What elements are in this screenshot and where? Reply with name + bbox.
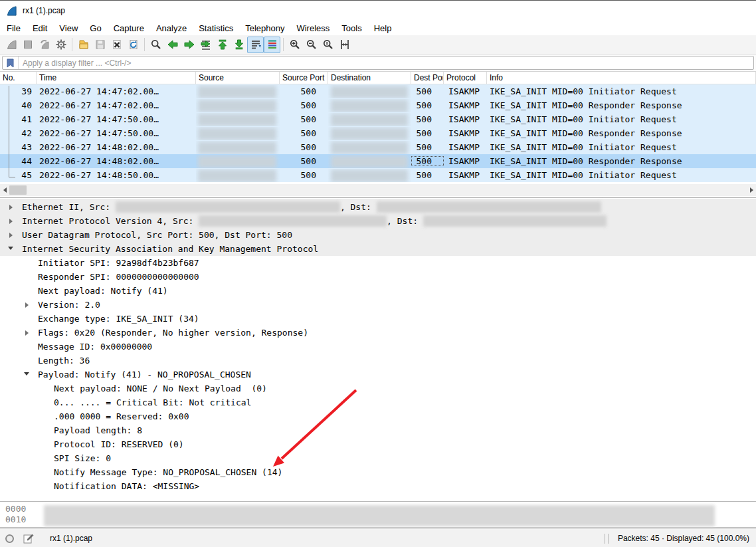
status-separator: [608, 534, 609, 544]
expand-icon[interactable]: [25, 302, 29, 308]
menu-go[interactable]: Go: [84, 22, 107, 35]
scroll-left-icon[interactable]: [0, 184, 9, 196]
menu-file[interactable]: File: [1, 22, 27, 35]
zoom-out-icon[interactable]: [303, 37, 320, 53]
menu-statistics[interactable]: Statistics: [193, 22, 239, 35]
detail-responder-spi[interactable]: Responder SPI: 0000000000000000: [0, 270, 756, 284]
title-bar: rx1 (1).pcap: [0, 1, 756, 21]
go-forward-icon[interactable]: [181, 37, 197, 53]
redacted-ip-dst: [423, 215, 607, 227]
zoom-in-icon[interactable]: [286, 37, 303, 53]
packet-row-42[interactable]: 42 2022-06-27 14:47:50.00… 500 500 ISAKM…: [0, 126, 756, 140]
expand-icon[interactable]: [9, 205, 13, 210]
redacted-mac-dst: [377, 201, 601, 213]
zoom-normal-icon[interactable]: [320, 37, 336, 53]
menu-capture[interactable]: Capture: [108, 22, 150, 35]
display-filter-input[interactable]: [19, 57, 753, 68]
detail-reserved[interactable]: .000 0000 = Reserved: 0x00: [0, 409, 756, 423]
detail-message-id[interactable]: Message ID: 0x00000000: [0, 340, 756, 354]
packet-row-43[interactable]: 43 2022-06-27 14:48:02.00… 500 500 ISAKM…: [0, 140, 756, 154]
detail-flags[interactable]: Flags: 0x20 (Responder, No higher versio…: [0, 326, 756, 340]
packet-row-44-selected[interactable]: 44 2022-06-27 14:48:02.00… 500 500 ISAKM…: [0, 154, 756, 168]
redacted-destination: [331, 142, 408, 154]
menu-tools[interactable]: Tools: [335, 22, 367, 35]
detail-length[interactable]: Length: 36: [0, 354, 756, 368]
save-file-icon[interactable]: [92, 37, 108, 53]
expert-info-icon[interactable]: [5, 534, 14, 543]
packet-list-pane: No. Time Source Source Port Destination …: [0, 72, 756, 198]
detail-payload-length[interactable]: Payload length: 8: [0, 423, 756, 437]
collapse-icon[interactable]: [24, 372, 29, 376]
packet-row-45[interactable]: 45 2022-06-27 14:48:50.00… 500 500 ISAKM…: [0, 168, 756, 182]
go-to-packet-icon[interactable]: [197, 37, 214, 53]
detail-ipv4[interactable]: Internet Protocol Version 4, Src: , Dst:: [0, 214, 756, 228]
main-toolbar: [0, 35, 756, 55]
stop-capture-icon[interactable]: [19, 37, 36, 53]
detail-notification-data[interactable]: Notification DATA: <MISSING>: [0, 479, 756, 493]
expand-icon[interactable]: [9, 219, 13, 224]
close-file-icon[interactable]: [108, 37, 125, 53]
packet-details-pane: Ethernet II, Src: , Dst: Internet Protoc…: [0, 199, 756, 502]
toolbar-separator: [283, 38, 284, 51]
detail-udp[interactable]: User Datagram Protocol, Src Port: 500, D…: [0, 228, 756, 242]
col-header-info[interactable]: Info: [487, 72, 756, 84]
detail-notify-next-payload[interactable]: Next payload: NONE / No Next Payload (0): [0, 382, 756, 395]
collapse-icon[interactable]: [8, 247, 13, 250]
detail-spi-size[interactable]: SPI Size: 0: [0, 451, 756, 465]
open-file-icon[interactable]: [75, 37, 92, 53]
col-header-source[interactable]: Source: [196, 72, 280, 84]
go-first-packet-icon[interactable]: [214, 37, 231, 53]
col-header-time[interactable]: Time: [37, 72, 196, 84]
detail-notify-message-type[interactable]: Notify Message Type: NO_PROPOSAL_CHOSEN …: [0, 465, 756, 479]
scroll-right-icon[interactable]: [747, 184, 756, 196]
detail-initiator-spi[interactable]: Initiator SPI: 92a98df4b23bf687: [0, 256, 756, 270]
redacted-ip-src: [199, 215, 387, 227]
col-header-destination[interactable]: Destination: [328, 72, 411, 84]
start-capture-icon[interactable]: [3, 37, 19, 53]
detail-critical-bit[interactable]: 0... .... = Critical Bit: Not critical: [0, 395, 756, 409]
detail-version[interactable]: Version: 2.0: [0, 298, 756, 312]
redacted-source: [198, 128, 276, 140]
go-back-icon[interactable]: [164, 37, 181, 53]
reload-file-icon[interactable]: [125, 37, 142, 53]
menu-telephony[interactable]: Telephony: [239, 22, 290, 35]
redacted-destination: [331, 100, 408, 112]
packet-row-39[interactable]: 39 2022-06-27 14:47:02.00… 500 500 ISAKM…: [0, 84, 756, 98]
scrollbar-thumb[interactable]: [9, 185, 27, 195]
menu-analyze[interactable]: Analyze: [150, 22, 193, 35]
menu-view[interactable]: View: [53, 22, 84, 35]
bookmark-icon: [7, 58, 14, 68]
find-packet-icon[interactable]: [147, 37, 164, 53]
detail-isakmp[interactable]: Internet Security Association and Key Ma…: [0, 242, 756, 256]
detail-next-payload[interactable]: Next payload: Notify (41): [0, 284, 756, 298]
col-header-no[interactable]: No.: [0, 72, 37, 84]
packet-list-header: No. Time Source Source Port Destination …: [0, 72, 756, 84]
filter-bookmark-button[interactable]: [3, 56, 19, 69]
detail-ethernet[interactable]: Ethernet II, Src: , Dst:: [0, 200, 756, 214]
go-last-packet-icon[interactable]: [231, 37, 247, 53]
menu-edit[interactable]: Edit: [27, 22, 53, 35]
detail-protocol-id[interactable]: Protocol ID: RESERVED (0): [0, 437, 756, 451]
expand-icon[interactable]: [25, 330, 29, 336]
detail-exchange-type[interactable]: Exchange type: IKE_SA_INIT (34): [0, 312, 756, 326]
expand-icon[interactable]: [9, 233, 13, 238]
restart-capture-icon[interactable]: [36, 37, 52, 53]
col-header-dest-port[interactable]: Dest Port: [411, 72, 444, 84]
packet-row-40[interactable]: 40 2022-06-27 14:47:02.00… 500 500 ISAKM…: [0, 98, 756, 112]
col-header-source-port[interactable]: Source Port: [280, 72, 328, 84]
resize-columns-icon[interactable]: [336, 37, 353, 53]
menu-help[interactable]: Help: [368, 22, 398, 35]
horizontal-scrollbar[interactable]: [0, 184, 756, 196]
auto-scroll-toggle[interactable]: [247, 37, 264, 53]
status-separator: [605, 534, 605, 544]
capture-comment-icon[interactable]: [23, 533, 34, 544]
redacted-destination: [331, 86, 408, 98]
detail-payload-notify[interactable]: Payload: Notify (41) - NO_PROPOSAL_CHOSE…: [0, 368, 756, 382]
menu-wireless[interactable]: Wireless: [290, 22, 335, 35]
filter-bar: [0, 55, 756, 72]
col-header-protocol[interactable]: Protocol: [444, 72, 487, 84]
packet-row-41[interactable]: 41 2022-06-27 14:47:50.00… 500 500 ISAKM…: [0, 112, 756, 126]
display-filter-box: [2, 56, 754, 70]
capture-options-icon[interactable]: [52, 37, 69, 53]
colorize-toggle[interactable]: [264, 37, 280, 53]
